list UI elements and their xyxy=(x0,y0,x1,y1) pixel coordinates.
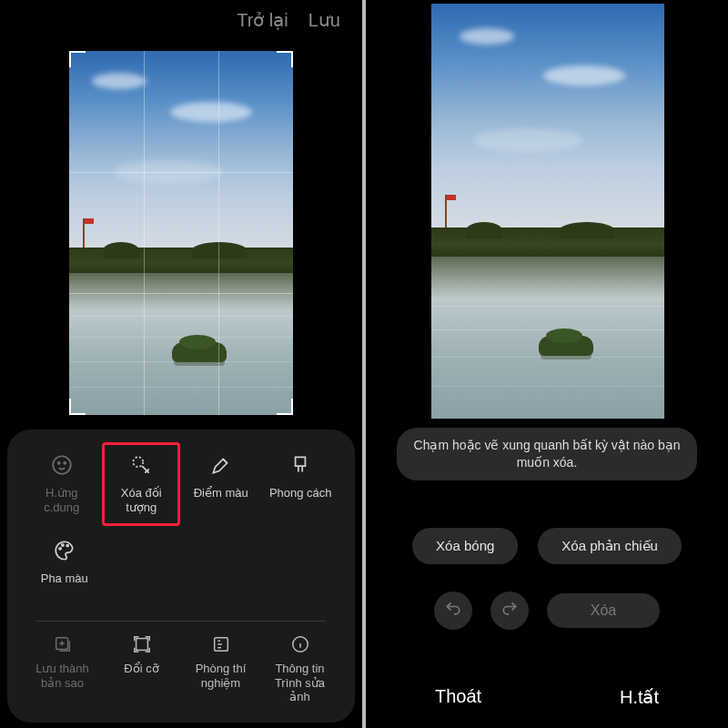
resize-icon xyxy=(132,634,152,654)
crop-handle-bl[interactable] xyxy=(69,399,86,415)
undo-button[interactable] xyxy=(434,592,472,630)
action-label: Thông tin Trình sửa ảnh xyxy=(263,662,337,704)
action-label: Đổi cỡ xyxy=(124,662,158,676)
svg-point-5 xyxy=(62,544,64,546)
phone-screen-editor-tools: Trở lại Lưu H.ứng c xyxy=(0,0,362,728)
redo-button[interactable] xyxy=(490,592,529,630)
remove-reflection-button[interactable]: Xóa phản chiếu xyxy=(538,528,682,564)
action-resize[interactable]: Đổi cỡ xyxy=(105,634,178,704)
lab-icon xyxy=(211,634,231,654)
undo-icon xyxy=(444,600,462,622)
photo-crop-canvas[interactable] xyxy=(69,51,293,415)
remove-shadow-button[interactable]: Xóa bóng xyxy=(412,528,518,564)
tool-label: Pha màu xyxy=(41,571,88,586)
action-lab[interactable]: Phòng thí nghiệm xyxy=(184,634,258,704)
svg-point-4 xyxy=(59,548,61,550)
tool-label: Phong cách xyxy=(269,486,332,500)
svg-point-0 xyxy=(53,456,71,474)
erase-icon xyxy=(129,453,153,477)
action-label: Lưu thành bản sao xyxy=(25,662,99,690)
eyedropper-icon xyxy=(209,453,233,477)
palette-icon xyxy=(53,539,76,562)
tools-bottom-sheet: H.ứng c.dung Xóa đối tượng Điểm màu Phon… xyxy=(7,430,355,723)
tool-style[interactable]: Phong cách xyxy=(265,446,338,526)
redo-icon xyxy=(500,600,519,622)
editor-header: Trở lại Lưu xyxy=(0,0,362,40)
instruction-hint: Chạm hoặc vẽ xung quanh bất kỳ vật nào b… xyxy=(397,428,697,480)
svg-point-1 xyxy=(57,462,59,464)
crop-handle-tl[interactable] xyxy=(69,51,86,67)
back-button[interactable]: Trở lại xyxy=(237,9,288,31)
save-button[interactable]: Lưu xyxy=(308,9,340,31)
crop-handle-tr[interactable] xyxy=(277,51,293,67)
save-copy-icon xyxy=(53,634,73,654)
info-icon xyxy=(290,634,310,654)
done-button[interactable]: H.tất xyxy=(620,686,659,708)
action-editor-info[interactable]: Thông tin Trình sửa ảnh xyxy=(263,634,337,704)
tool-object-eraser[interactable]: Xóa đối tượng xyxy=(106,446,178,526)
brush-icon xyxy=(288,453,312,477)
photo-canvas[interactable] xyxy=(431,4,664,419)
tool-label: Điểm màu xyxy=(194,486,248,500)
tool-portrait-effect[interactable]: H.ứng c.dung xyxy=(25,446,98,526)
tool-color-mix[interactable]: Pha màu xyxy=(25,531,104,612)
action-label: Phòng thí nghiệm xyxy=(184,662,258,690)
svg-rect-8 xyxy=(136,639,147,651)
divider xyxy=(36,621,326,622)
svg-point-6 xyxy=(66,545,68,547)
tool-spot-color[interactable]: Điểm màu xyxy=(185,446,258,526)
erase-button[interactable]: Xóa xyxy=(547,593,660,628)
crop-handle-br[interactable] xyxy=(277,399,293,415)
phone-screen-object-eraser: Chạm hoặc vẽ xung quanh bất kỳ vật nào b… xyxy=(366,0,728,728)
tool-label: H.ứng c.dung xyxy=(27,486,96,516)
action-save-as-copy[interactable]: Lưu thành bản sao xyxy=(25,634,99,704)
tool-label: Xóa đối tượng xyxy=(107,486,177,516)
face-icon xyxy=(50,453,74,477)
svg-point-3 xyxy=(134,457,144,467)
exit-button[interactable]: Thoát xyxy=(435,686,481,708)
svg-point-2 xyxy=(64,462,66,464)
